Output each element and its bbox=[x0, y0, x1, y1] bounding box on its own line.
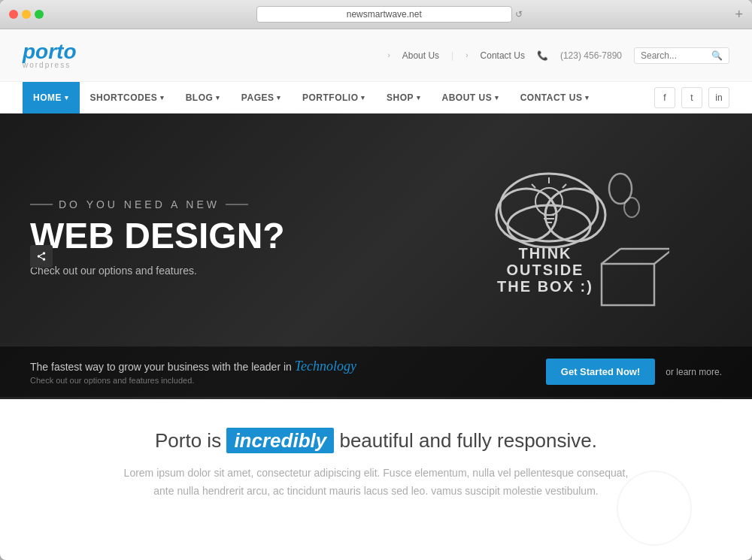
hero-content: DO YOU NEED A NEW WEB DESIGN? Check out … bbox=[0, 114, 752, 347]
watermark-circle bbox=[617, 471, 692, 546]
linkedin-icon[interactable]: in bbox=[708, 87, 729, 108]
social-icons: f t in bbox=[654, 87, 729, 108]
chevron-down-icon: ▾ bbox=[160, 94, 165, 101]
hero-bottom-bar: The fastest way to grow your business wi… bbox=[0, 347, 752, 397]
url-input[interactable] bbox=[256, 6, 512, 23]
nav-item-blog[interactable]: BLOG ▾ bbox=[175, 82, 231, 114]
phone-number: (123) 456-7890 bbox=[560, 50, 622, 61]
hero-sub-desc: Check out our options and features inclu… bbox=[30, 376, 356, 385]
svg-point-1 bbox=[38, 255, 41, 258]
chevron-icon: › bbox=[465, 51, 468, 59]
window-controls bbox=[9, 10, 44, 19]
content-section: Porto is incredibly beautiful and fully … bbox=[0, 399, 752, 531]
tech-word: Technology bbox=[295, 359, 356, 374]
svg-text:THINK: THINK bbox=[518, 245, 572, 262]
svg-line-4 bbox=[40, 254, 43, 256]
chevron-down-icon: ▾ bbox=[585, 94, 590, 101]
svg-line-14 bbox=[562, 184, 566, 188]
svg-text:OUTSIDE: OUTSIDE bbox=[507, 262, 584, 278]
hero-bottom-left: The fastest way to grow your business wi… bbox=[30, 359, 356, 385]
chevron-down-icon: ▾ bbox=[216, 94, 220, 101]
hero-cta-text: The fastest way to grow your business wi… bbox=[30, 359, 356, 374]
new-tab-button[interactable]: + bbox=[735, 7, 743, 23]
chevron-down-icon: ▾ bbox=[65, 94, 69, 101]
browser-window: ↺ + porto wordpress › About Us | › Conta… bbox=[0, 0, 752, 560]
separator: | bbox=[451, 50, 453, 61]
phone-icon: 📞 bbox=[537, 50, 548, 61]
chevron-down-icon: ▾ bbox=[361, 94, 365, 101]
nav-item-contact[interactable]: CONTACT US ▾ bbox=[510, 82, 600, 114]
title-highlight: incredibly bbox=[226, 428, 334, 453]
chalk-illustration: THINK OUTSIDE THE BOX :) bbox=[429, 147, 669, 328]
share-icon bbox=[36, 251, 47, 262]
nav-item-shortcodes[interactable]: SHORTCODES ▾ bbox=[80, 82, 175, 114]
hero-title: WEB DESIGN? bbox=[30, 216, 376, 256]
svg-text:THE BOX :): THE BOX :) bbox=[497, 278, 593, 295]
content-description: Lorem ipsum dolor sit amet, consectetur … bbox=[113, 465, 639, 501]
minimize-button[interactable] bbox=[22, 10, 31, 19]
contact-us-link[interactable]: Contact Us bbox=[481, 50, 525, 61]
hero-left: DO YOU NEED A NEW WEB DESIGN? Check out … bbox=[30, 198, 376, 277]
top-bar: porto wordpress › About Us | › Contact U… bbox=[0, 29, 752, 82]
address-bar: ↺ bbox=[50, 6, 729, 23]
get-started-button[interactable]: Get Started Now! bbox=[546, 359, 655, 385]
logo-subtitle: wordpress bbox=[23, 61, 71, 69]
about-us-link[interactable]: About Us bbox=[402, 50, 439, 61]
chevron-down-icon: ▾ bbox=[417, 94, 421, 101]
nav-item-portfolio[interactable]: PORTFOLIO ▾ bbox=[292, 82, 376, 114]
nav-item-home[interactable]: HOME ▾ bbox=[23, 82, 80, 114]
svg-line-15 bbox=[532, 184, 535, 188]
nav-item-about[interactable]: ABOUT US ▾ bbox=[432, 82, 510, 114]
svg-point-2 bbox=[43, 258, 46, 261]
hero-section: DO YOU NEED A NEW WEB DESIGN? Check out … bbox=[0, 114, 752, 399]
logo-area: porto wordpress bbox=[23, 41, 77, 69]
content-title: Porto is incredibly beautiful and fully … bbox=[45, 429, 707, 453]
search-bar[interactable]: 🔍 bbox=[634, 47, 729, 64]
maximize-button[interactable] bbox=[35, 10, 44, 19]
or-learn-more: or learn more. bbox=[666, 367, 722, 377]
refresh-icon[interactable]: ↺ bbox=[515, 9, 523, 20]
share-widget[interactable] bbox=[30, 245, 53, 268]
hero-right: THINK OUTSIDE THE BOX :) bbox=[376, 144, 722, 331]
hero-bottom-right: Get Started Now! or learn more. bbox=[546, 359, 722, 385]
facebook-icon[interactable]: f bbox=[654, 87, 675, 108]
hero-description: Check out our options and features. bbox=[30, 265, 376, 277]
search-icon[interactable]: 🔍 bbox=[711, 50, 723, 61]
chevron-down-icon: ▾ bbox=[495, 94, 499, 101]
logo[interactable]: porto bbox=[23, 41, 77, 62]
chevron-down-icon: ▾ bbox=[277, 94, 281, 101]
search-input[interactable] bbox=[641, 50, 708, 61]
top-right-links: › About Us | › Contact Us 📞 (123) 456-78… bbox=[387, 47, 729, 64]
hero-subtitle: DO YOU NEED A NEW bbox=[30, 198, 376, 210]
svg-point-0 bbox=[43, 252, 46, 255]
browser-chrome: ↺ + bbox=[0, 0, 752, 29]
svg-line-19 bbox=[602, 249, 620, 264]
svg-point-17 bbox=[624, 198, 639, 217]
svg-line-3 bbox=[40, 257, 43, 259]
nav-bar: HOME ▾ SHORTCODES ▾ BLOG ▾ PAGES ▾ PORTF… bbox=[0, 82, 752, 114]
nav-item-shop[interactable]: SHOP ▾ bbox=[376, 82, 432, 114]
nav-item-pages[interactable]: PAGES ▾ bbox=[231, 82, 292, 114]
close-button[interactable] bbox=[9, 10, 18, 19]
svg-rect-18 bbox=[602, 264, 654, 305]
chevron-icon: › bbox=[387, 51, 390, 59]
twitter-icon[interactable]: t bbox=[681, 87, 702, 108]
svg-line-20 bbox=[654, 249, 669, 264]
